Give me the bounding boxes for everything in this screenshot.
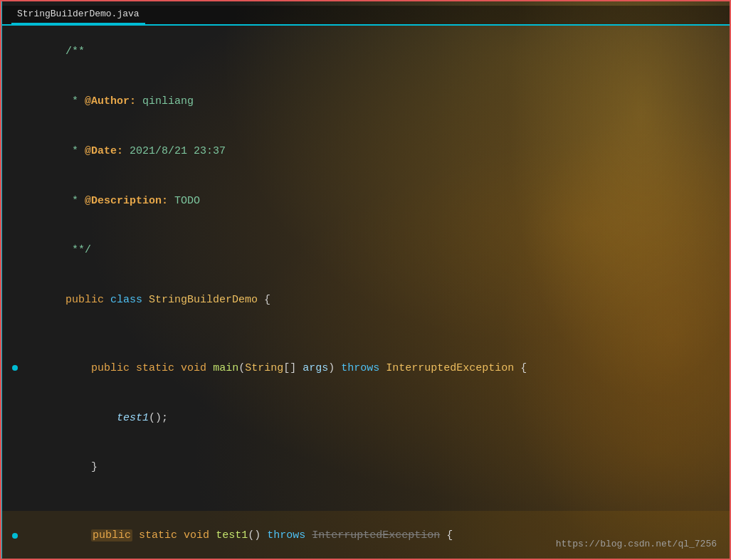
sp-12c — [209, 529, 216, 541]
paren-8: ( — [238, 362, 245, 374]
comment-close: **/ — [65, 244, 91, 256]
breakpoint-12[interactable] — [12, 533, 18, 539]
kw-throws-8: throws — [341, 362, 379, 374]
comment-open: /** — [65, 46, 85, 58]
kw-throws-12: throws — [267, 529, 305, 541]
annotation-date: @Date: — [85, 145, 123, 157]
method-main: main — [213, 362, 238, 374]
indent-8 — [65, 362, 91, 374]
sp-12d — [305, 529, 312, 541]
indent-10: } — [65, 461, 98, 473]
kw-static-12: static — [139, 529, 177, 541]
code-line-9: test1(); — [0, 393, 731, 443]
paren-close-8: ) — [328, 362, 341, 374]
annotation-desc: @Description: — [85, 195, 168, 207]
var-args-8: args — [303, 362, 328, 374]
annotation-author: @Author: — [85, 95, 136, 107]
annotation-author-val: qinliang — [136, 95, 194, 107]
file-tab[interactable]: StringBuilderDemo.java — [11, 6, 145, 24]
arr-8: [] — [283, 362, 303, 374]
comment-star-2: * — [65, 95, 85, 107]
method-test1: test1 — [216, 529, 248, 541]
code-line-1: /** — [0, 27, 731, 77]
sp-12b — [177, 529, 184, 541]
code-line-4: * @Description: TODO — [0, 176, 731, 226]
kw-class-6: class — [110, 294, 142, 306]
line-content-8: public static void main(String[] args) t… — [27, 344, 722, 393]
brace-open-12: { — [440, 529, 453, 541]
code-line-5: **/ — [0, 226, 731, 275]
line-content-10: } — [27, 443, 722, 492]
kw-void-12: void — [184, 529, 209, 541]
line-content-4: * @Description: TODO — [27, 176, 722, 226]
plain-6c: { — [258, 294, 270, 306]
kw-void-8: void — [181, 362, 206, 374]
line-content-7 — [27, 326, 722, 342]
sp-8d — [379, 362, 386, 374]
code-line-7 — [0, 325, 731, 344]
comment-star-4: * — [65, 195, 85, 207]
sp-8a — [130, 362, 136, 374]
gutter-8 — [9, 365, 21, 371]
code-line-12: public static void test1() throws Interr… — [0, 511, 731, 560]
sp-8b — [174, 362, 181, 374]
tab-bar: StringBuilderDemo.java — [0, 6, 731, 26]
line-content-12: public static void test1() throws Interr… — [27, 511, 722, 560]
line-content-11 — [27, 493, 722, 509]
annotation-desc-val: TODO — [168, 195, 200, 207]
code-line-10: } — [0, 443, 731, 492]
kw-static-8: static — [136, 362, 174, 374]
code-line-8: public static void main(String[] args) t… — [0, 344, 731, 393]
indent-9 — [65, 412, 117, 424]
kw-public-8: public — [91, 362, 130, 374]
gutter-12 — [9, 533, 21, 539]
call-9: (); — [149, 412, 168, 424]
plain-6a — [104, 294, 110, 306]
type-string-8: String — [245, 362, 283, 374]
sp-12a — [132, 529, 139, 541]
comment-star-3: * — [65, 145, 85, 157]
line-content-2: * @Author: qinliang — [27, 77, 722, 127]
code-line-6: public class StringBuilderDemo { — [0, 275, 731, 325]
sp-8c — [206, 362, 213, 374]
kw-public-12: public — [91, 529, 132, 541]
line-content-5: **/ — [27, 226, 722, 275]
breakpoint-8[interactable] — [12, 365, 18, 371]
exception-12: InterruptedException — [312, 529, 440, 541]
brace-open-8: { — [514, 362, 527, 374]
line-content-1: /** — [27, 27, 722, 77]
line-content-9: test1(); — [27, 393, 722, 443]
code-editor: StringBuilderDemo.java /** * @Author: qi… — [0, 0, 731, 560]
line-content-6: public class StringBuilderDemo { — [27, 275, 722, 325]
code-line-2: * @Author: qinliang — [0, 77, 731, 127]
exception-8: InterruptedException — [386, 362, 514, 374]
plain-6b — [142, 294, 149, 306]
left-accent-border — [0, 0, 2, 560]
annotation-date-val: 2021/8/21 23:37 — [123, 145, 226, 157]
url-bar: https://blog.csdn.net/ql_7256 — [556, 537, 717, 551]
code-line-3: * @Date: 2021/8/21 23:37 — [0, 127, 731, 176]
indent-12 — [65, 529, 91, 541]
kw-public-6: public — [65, 294, 104, 306]
class-name: StringBuilderDemo — [149, 294, 258, 306]
code-line-11 — [0, 492, 731, 511]
paren-12: () — [248, 529, 267, 541]
line-content-3: * @Date: 2021/8/21 23:37 — [27, 127, 722, 176]
